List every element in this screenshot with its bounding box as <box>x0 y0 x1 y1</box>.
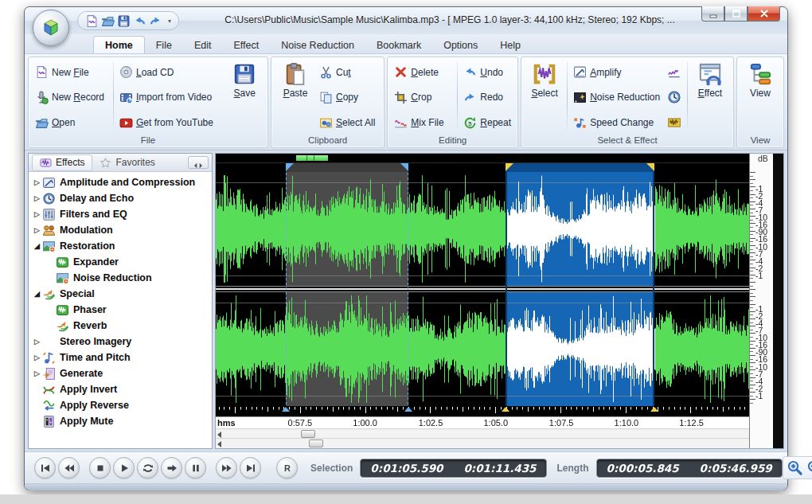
pause-button[interactable] <box>185 457 206 479</box>
skip-start-icon <box>39 462 52 475</box>
copy-button[interactable]: Copy <box>316 88 381 107</box>
tree-item-modulation[interactable]: ▷Modulation <box>29 222 212 238</box>
open-button[interactable]: Open <box>32 114 111 132</box>
zoom-out-button[interactable] <box>806 459 812 477</box>
tree-expanded-arrow-icon[interactable]: ◢ <box>32 238 42 254</box>
clock-blue-button[interactable] <box>666 88 683 106</box>
new-file-icon[interactable] <box>85 14 99 28</box>
horizontal-scrollbar-2[interactable] <box>216 438 749 448</box>
tree-expanded-arrow-icon[interactable]: ◢ <box>32 286 42 302</box>
equalizer-button[interactable] <box>666 114 683 131</box>
panel-pager-button[interactable] <box>188 156 209 169</box>
get-from-youtube-button[interactable]: Get from YouTube <box>116 114 220 132</box>
forward-button[interactable] <box>161 457 182 479</box>
tree-collapsed-arrow-icon[interactable]: ▷ <box>32 222 42 238</box>
amplify-button[interactable]: Amplify <box>570 63 664 81</box>
undo-button[interactable]: Undo <box>460 63 514 81</box>
tree-item-apply-mute[interactable]: Apply Mute <box>29 413 212 429</box>
view-button[interactable]: View <box>740 60 780 135</box>
tree-item-apply-invert[interactable]: Apply Invert <box>29 381 212 397</box>
tree-collapsed-arrow-icon[interactable]: ▷ <box>32 334 42 350</box>
tab-edit[interactable]: Edit <box>183 37 223 53</box>
skip-start-button[interactable] <box>34 457 56 479</box>
scroll-left-arrow[interactable] <box>217 432 221 438</box>
undo-icon[interactable] <box>133 14 146 28</box>
tree-collapsed-arrow-icon[interactable]: ▷ <box>32 350 42 365</box>
import-from-video-button[interactable]: Import from Video <box>116 88 220 107</box>
tab-home[interactable]: Home <box>93 36 145 53</box>
fast-forward-icon <box>221 462 233 475</box>
stop-button[interactable] <box>89 457 111 479</box>
select-button[interactable]: Select <box>525 60 564 135</box>
tree-item-generate[interactable]: ▷Generate <box>29 365 212 381</box>
redo-button[interactable]: Redo <box>460 88 514 107</box>
envelope-button[interactable] <box>666 64 683 81</box>
save-small-icon[interactable] <box>117 14 131 28</box>
tab-favorites[interactable]: Favorites <box>92 155 162 170</box>
minimize-button[interactable] <box>701 6 724 21</box>
waveform-canvas[interactable] <box>216 163 749 416</box>
scrollbar-thumb[interactable] <box>301 430 315 438</box>
scroll-left-arrow[interactable] <box>217 441 221 447</box>
reverse-icon <box>42 399 56 412</box>
tab-effect[interactable]: Effect <box>222 37 270 53</box>
crop-icon <box>394 91 408 104</box>
tree-item-noise-reduction[interactable]: Noise Reduction <box>29 270 212 286</box>
tree-item-phaser[interactable]: Phaser <box>29 302 212 318</box>
tree-collapsed-arrow-icon[interactable]: ▷ <box>32 206 42 222</box>
maximize-button[interactable] <box>724 6 748 21</box>
cut-button[interactable]: Cut <box>316 63 381 81</box>
save-button[interactable]: Save <box>224 60 264 135</box>
tab-effects[interactable]: Effects <box>32 154 92 171</box>
length-time-display: 0:00:05.845 0:05:46.959 <box>596 459 783 478</box>
zoom-in-button[interactable] <box>786 459 804 477</box>
tree-item-special[interactable]: ◢Special <box>29 286 212 302</box>
noise-reduction-button[interactable]: Noise Reduction <box>570 88 664 107</box>
tree-item-time-and-pitch[interactable]: ▷Time and Pitch <box>29 350 212 365</box>
new-record-button[interactable]: New Record <box>32 88 111 107</box>
tab-options[interactable]: Options <box>432 37 489 53</box>
tab-help[interactable]: Help <box>489 37 532 53</box>
tree-collapsed-arrow-icon[interactable]: ▷ <box>32 365 42 381</box>
redo-icon[interactable] <box>149 14 162 28</box>
load-cd-button[interactable]: Load CD <box>116 63 220 81</box>
play-button[interactable] <box>113 457 135 479</box>
tab-bookmark[interactable]: Bookmark <box>365 37 432 53</box>
tab-file[interactable]: File <box>145 37 183 53</box>
repeat-button[interactable]: 5Repeat <box>460 114 514 132</box>
delete-button[interactable]: Delete <box>391 63 455 81</box>
pause-icon <box>189 462 202 475</box>
mix-file-button[interactable]: Mix File <box>391 114 455 132</box>
tree-item-apply-reverse[interactable]: Apply Reverse <box>29 397 212 413</box>
open-folder-icon[interactable] <box>101 14 115 28</box>
close-button[interactable] <box>748 6 780 21</box>
tree-item-delay-and-echo[interactable]: ▷Delay and Echo <box>29 190 212 206</box>
crop-button[interactable]: Crop <box>391 88 455 107</box>
select-all-button[interactable]: Select All <box>316 114 381 132</box>
scrollbar-thumb[interactable] <box>309 440 323 447</box>
tree-item-restoration[interactable]: ◢Restoration <box>29 238 212 254</box>
effect-button[interactable]: Effect <box>690 60 730 135</box>
speed-change-button[interactable]: Speed Change <box>570 114 664 132</box>
tree-collapsed-arrow-icon[interactable]: ▷ <box>32 190 42 206</box>
rewind-button[interactable] <box>58 457 80 479</box>
tree-item-reverb[interactable]: Reverb <box>29 318 212 334</box>
tree-collapsed-arrow-icon[interactable]: ▷ <box>32 174 42 190</box>
qat-customize-icon[interactable]: ▾ <box>168 18 171 25</box>
overview-strip[interactable] <box>216 154 749 163</box>
tree-item-amplitude-and-compression[interactable]: ▷Amplitude and Compression <box>29 174 212 190</box>
tab-noise-reduction[interactable]: Noise Reduction <box>270 37 365 53</box>
tree-item-expander[interactable]: Expander <box>29 254 212 270</box>
tree-item-label: Generate <box>60 368 103 379</box>
restoration-icon <box>56 272 69 285</box>
skip-end-button[interactable] <box>240 457 261 479</box>
record-button[interactable]: R <box>276 457 298 479</box>
tree-item-stereo-imagery[interactable]: ▷Stereo Imagery <box>29 334 212 350</box>
fast-forward-button[interactable] <box>216 457 237 479</box>
app-menu-orb[interactable] <box>33 10 69 46</box>
horizontal-scrollbar-1[interactable] <box>216 428 749 439</box>
tree-item-filters-and-eq[interactable]: ▷Filters and EQ <box>29 206 212 222</box>
paste-button[interactable]: Paste <box>275 60 316 135</box>
loop-button[interactable] <box>137 457 158 479</box>
new-file-button[interactable]: New File <box>32 63 111 81</box>
